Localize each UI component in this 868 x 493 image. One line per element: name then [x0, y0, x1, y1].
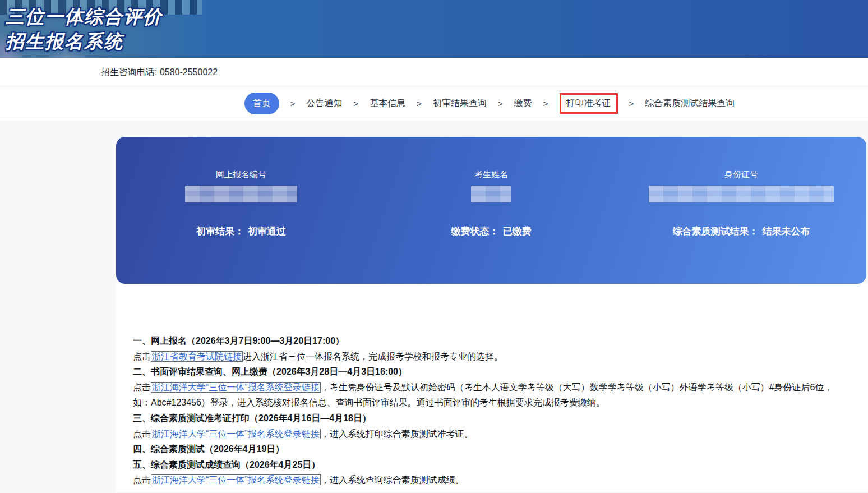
section-1-paragraph: 点击浙江省教育考试院链接进入浙江省三位一体报名系统，完成报考学校和报考专业的选择…	[133, 349, 844, 365]
main-content: 网上报名编号 初审结果：初审通过 考生姓名 缴费状态：已缴费 身份证号 综合素质…	[0, 121, 868, 492]
nav-item-basic-info[interactable]: 基本信息	[370, 98, 405, 109]
chevron-right-icon: >	[629, 99, 634, 108]
quality-test-status-label: 综合素质测试结果：	[673, 226, 759, 237]
chevron-right-icon: >	[417, 99, 422, 108]
phone-bar: 招生咨询电话: 0580-2550022	[0, 58, 868, 86]
section-2-paragraph: 点击浙江海洋大学“三位一体”报名系统登录链接，考生凭身份证号及默认初始密码（考生…	[133, 380, 844, 411]
card-col-registration: 网上报名编号 初审结果：初审通过	[116, 137, 366, 284]
nav-item-announcements[interactable]: 公告通知	[306, 98, 342, 109]
nav-item-initial-review-result[interactable]: 初审结果查询	[433, 98, 487, 109]
quality-test-status-value: 结果未公布	[763, 226, 810, 237]
instructions-text: 一、网上报名（2026年3月7日9:00—3月20日17:00） 点击浙江省教育…	[116, 284, 868, 488]
section-2-heading: 二、书面评审结果查询、网上缴费（2026年3月28日—4月3日16:00）	[133, 364, 844, 380]
nav-item-home[interactable]: 首页	[244, 93, 279, 114]
card-col-id-number: 身份证号 综合素质测试结果：结果未公布	[616, 137, 866, 284]
chevron-right-icon: >	[290, 99, 296, 108]
payment-status: 缴费状态：已缴费	[451, 225, 532, 238]
section-3-heading: 三、综合素质测试准考证打印（2026年4月16日—4月18日）	[133, 411, 844, 426]
section-5-prefix: 点击	[133, 475, 151, 485]
section-3-paragraph: 点击浙江海洋大学“三位一体”报名系统登录链接，进入系统打印综合素质测试准考证。	[133, 426, 844, 442]
initial-review-status: 初审结果：初审通过	[196, 225, 286, 238]
payment-status-value: 已缴费	[503, 226, 532, 237]
chevron-right-icon: >	[498, 99, 503, 108]
registration-number-redacted-value	[185, 186, 297, 202]
section-5-suffix: ，进入系统查询综合素质测试成绩。	[321, 475, 464, 485]
section-4-heading: 四、综合素质测试（2026年4月19日）	[133, 441, 844, 457]
app-title-line1: 三位一体综合评价	[6, 4, 163, 29]
payment-status-label: 缴费状态：	[451, 226, 499, 237]
candidate-name-redacted-value	[471, 186, 511, 202]
nav-item-payment[interactable]: 缴费	[514, 98, 532, 109]
zjou-system-login-link[interactable]: 浙江海洋大学“三位一体”报名系统登录链接	[151, 382, 321, 393]
section-1-suffix: 进入浙江省三位一体报名系统，完成报考学校和报考专业的选择。	[243, 352, 503, 361]
registration-number-label: 网上报名编号	[216, 169, 266, 180]
section-5-heading: 五、综合素质测试成绩查询（2026年4月25日）	[133, 457, 844, 473]
app-title: 三位一体综合评价 招生报名系统	[6, 4, 163, 54]
section-1-heading: 一、网上报名（2026年3月7日9:00—3月20日17:00）	[133, 333, 844, 349]
chevron-right-icon: >	[543, 99, 548, 108]
app-title-line2: 招生报名系统	[6, 29, 163, 54]
section-5-paragraph: 点击浙江海洋大学“三位一体”报名系统登录链接，进入系统查询综合素质测试成绩。	[133, 472, 844, 488]
section-1-prefix: 点击	[133, 352, 151, 361]
nav-item-print-admission-ticket[interactable]: 打印准考证	[560, 93, 618, 114]
admission-phone: 招生咨询电话: 0580-2550022	[101, 67, 218, 77]
section-3-prefix: 点击	[133, 429, 151, 439]
chevron-right-icon: >	[353, 99, 358, 108]
initial-review-status-value: 初审通过	[248, 226, 286, 237]
id-number-label: 身份证号	[724, 169, 758, 180]
app-banner: 三位一体综合评价 招生报名系统	[0, 0, 868, 58]
instructions-panel: 一、网上报名（2026年3月7日9:00—3月20日17:00） 点击浙江省教育…	[116, 284, 868, 492]
id-number-redacted-value	[649, 186, 834, 202]
zjou-system-login-link[interactable]: 浙江海洋大学“三位一体”报名系统登录链接	[151, 474, 321, 485]
candidate-name-label: 考生姓名	[474, 169, 508, 180]
section-2-prefix: 点击	[133, 383, 151, 392]
card-col-name: 考生姓名 缴费状态：已缴费	[366, 137, 616, 284]
quality-test-status: 综合素质测试结果：结果未公布	[673, 225, 810, 238]
zjzs-exam-authority-link[interactable]: 浙江省教育考试院链接	[151, 351, 243, 362]
zjou-system-login-link[interactable]: 浙江海洋大学“三位一体”报名系统登录链接	[151, 429, 321, 439]
step-nav: 首页 > 公告通知 > 基本信息 > 初审结果查询 > 缴费 > 打印准考证 >…	[0, 86, 868, 121]
nav-item-test-result-query[interactable]: 综合素质测试结果查询	[645, 98, 735, 109]
section-3-suffix: ，进入系统打印综合素质测试准考证。	[321, 429, 473, 439]
initial-review-status-label: 初审结果：	[196, 226, 244, 237]
applicant-summary-card: 网上报名编号 初审结果：初审通过 考生姓名 缴费状态：已缴费 身份证号 综合素质…	[116, 137, 866, 284]
